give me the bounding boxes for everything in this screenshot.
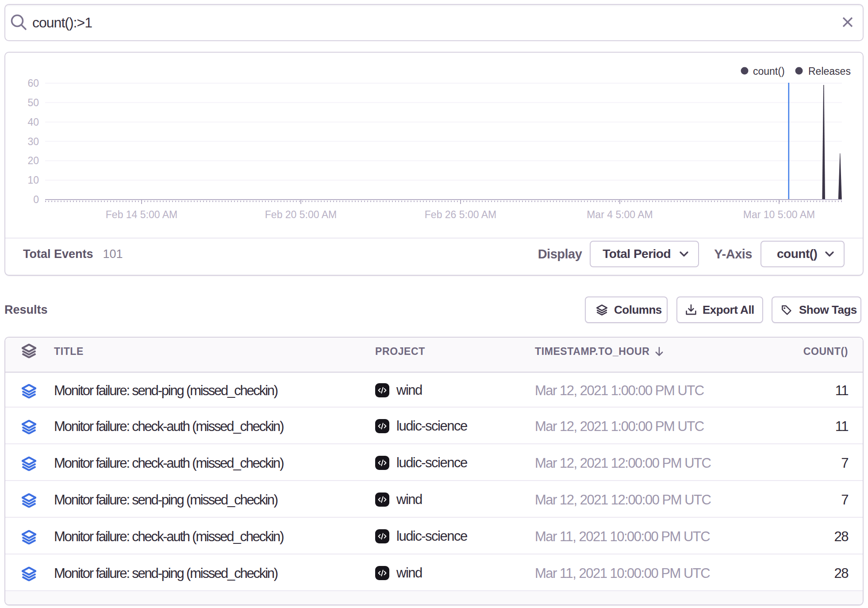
svg-text:10: 10 <box>27 174 39 186</box>
svg-text:Mar 10 5:00 AM: Mar 10 5:00 AM <box>743 209 815 220</box>
svg-text:20: 20 <box>27 155 39 166</box>
svg-text:count(): count() <box>753 65 785 77</box>
svg-text:Releases: Releases <box>808 65 851 77</box>
svg-text:30: 30 <box>27 136 39 147</box>
svg-text:60: 60 <box>27 77 39 89</box>
svg-text:Feb 20 5:00 AM: Feb 20 5:00 AM <box>265 209 337 220</box>
svg-text:50: 50 <box>27 97 39 108</box>
svg-text:Feb 26 5:00 AM: Feb 26 5:00 AM <box>425 209 496 220</box>
svg-text:Feb 14 5:00 AM: Feb 14 5:00 AM <box>106 209 177 220</box>
svg-text:0: 0 <box>33 194 39 205</box>
svg-text:40: 40 <box>27 116 39 128</box>
svg-text:Mar 4 5:00 AM: Mar 4 5:00 AM <box>587 209 653 220</box>
